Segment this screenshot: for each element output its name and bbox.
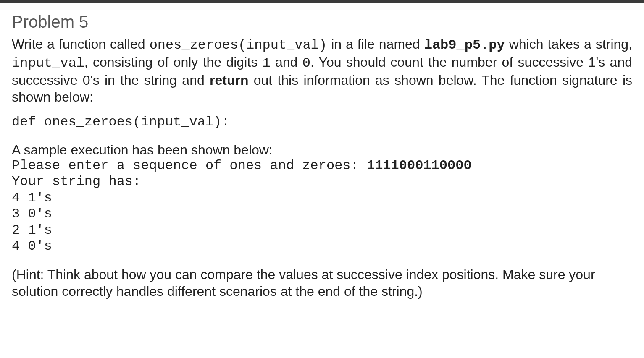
- sample-prompt-line: Please enter a sequence of ones and zero…: [12, 158, 632, 174]
- code-inline: input_val: [12, 55, 84, 71]
- bold-text: return: [210, 73, 248, 88]
- sample-output-line: 3 0's: [12, 206, 632, 222]
- hint-text: (Hint: Think about how you can compare t…: [12, 266, 632, 300]
- sample-prompt-label: Please enter a sequence of ones and zero…: [12, 158, 367, 173]
- sample-output-line: 4 0's: [12, 238, 632, 254]
- text-segment: and: [271, 55, 302, 70]
- text-segment: , consisting of only the digits: [84, 55, 263, 70]
- problem-description: Write a function called ones_zeroes(inpu…: [12, 36, 632, 105]
- sample-output-line: 2 1's: [12, 222, 632, 238]
- sample-output-line: Your string has:: [12, 174, 632, 190]
- sample-intro: A sample execution has been shown below:: [12, 142, 632, 158]
- code-inline: ones_zeroes(input_val): [150, 37, 327, 53]
- sample-execution: Please enter a sequence of ones and zero…: [12, 158, 632, 254]
- code-inline-bold: lab9_p5.py: [424, 37, 505, 53]
- sample-output-line: 4 1's: [12, 190, 632, 206]
- sample-prompt-input: 1111000110000: [367, 158, 472, 173]
- problem-content: Problem 5 Write a function called ones_z…: [0, 3, 644, 311]
- function-signature: def ones_zeroes(input_val):: [12, 114, 632, 131]
- text-segment: Write a function called: [12, 37, 150, 52]
- text-segment: which takes a string,: [505, 37, 632, 52]
- text-segment: in a file named: [327, 37, 424, 52]
- code-inline: 0: [302, 55, 310, 71]
- code-inline: 1: [262, 55, 270, 71]
- problem-heading: Problem 5: [12, 13, 632, 31]
